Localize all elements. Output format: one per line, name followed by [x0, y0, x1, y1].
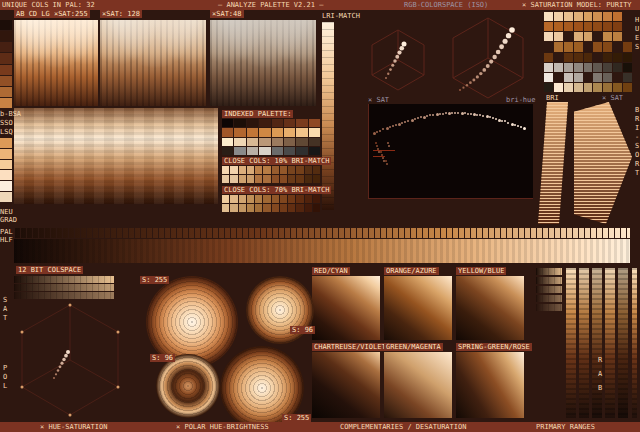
swatch: [296, 204, 303, 212]
dot: [492, 55, 496, 59]
bri-match-strip: [322, 22, 334, 210]
dot: [378, 151, 380, 153]
swatch: [239, 195, 246, 203]
swatch: [280, 204, 287, 212]
dot: [385, 77, 387, 79]
dot: [395, 124, 397, 126]
dot: [492, 117, 494, 119]
dot: [402, 42, 407, 47]
dot: [489, 116, 491, 118]
swatch: [263, 166, 270, 174]
swatch: [574, 63, 583, 72]
dot: [391, 64, 394, 67]
dot: [64, 354, 68, 358]
dot: [57, 369, 60, 372]
comp-cell-chartreuse-violet: [312, 352, 380, 418]
swatch: [305, 195, 312, 203]
left-vertical-sat: SAT: [1, 296, 9, 323]
swatch: [574, 22, 583, 31]
swatch: [0, 192, 12, 202]
dot: [59, 365, 62, 368]
colspace12-title: 12 BIT COLSPACE: [16, 266, 83, 274]
comp-cell-yellow-blue: [456, 276, 524, 340]
swatch: [0, 160, 12, 170]
unique-cols-label: UNIQUE COLS IN PAL: 32: [2, 1, 95, 9]
dot: [401, 122, 403, 124]
swatch: [603, 53, 612, 62]
left-palette-strip-2[interactable]: [0, 138, 12, 202]
comp-cell-green-magenta: [384, 352, 452, 418]
hue-brightness-panel-sat255: [14, 20, 98, 106]
bri-axis-label: BRI: [546, 94, 559, 102]
swatch: [0, 98, 12, 108]
swatch: [0, 53, 12, 63]
swatch: [623, 83, 632, 92]
swatch: [284, 119, 295, 127]
swatch: [230, 175, 237, 183]
swatch: [584, 32, 593, 41]
swatch: [222, 166, 229, 174]
swatch: [222, 147, 233, 155]
swatch: [613, 73, 622, 82]
swatch: [623, 42, 632, 51]
swatch: [0, 138, 12, 148]
sat128-caption[interactable]: ×SAT: 128: [100, 10, 142, 18]
footer-hue-saturation: × HUE-SATURATION: [40, 423, 107, 431]
right-vertical-bri-sort: BRI-SORT: [633, 106, 640, 178]
dot: [479, 114, 481, 116]
swatch: [309, 128, 320, 136]
palette-ramp-row: [14, 228, 630, 238]
dot: [385, 160, 387, 162]
footer-primary-ranges: PRIMARY RANGES: [536, 423, 595, 431]
swatch: [593, 22, 602, 31]
primary-letter-a: A: [598, 370, 602, 378]
colspace12-hex-spokes: [22, 305, 118, 387]
swatch: [0, 149, 12, 159]
dot: [514, 124, 516, 126]
comp-label-spring-green-rose: SPRING-GREEN/ROSE: [456, 343, 532, 351]
left-vertical-pol: POL: [1, 364, 9, 391]
swatch: [222, 195, 229, 203]
swatch: [564, 42, 573, 51]
swatch: [544, 53, 553, 62]
dot: [451, 112, 453, 114]
sat255-caption[interactable]: AB CD LG ×SAT:255: [14, 10, 90, 18]
swatch: [613, 12, 622, 21]
mode-grad[interactable]: GRAD: [0, 216, 17, 224]
swatch: [280, 195, 287, 203]
iso-hex-large-spokes: [453, 18, 523, 78]
swatch: [564, 73, 573, 82]
swatch: [313, 195, 320, 203]
swatch: [623, 73, 632, 82]
swatch: [574, 53, 583, 62]
mode-neu[interactable]: NEU: [0, 208, 13, 216]
swatch: [544, 32, 553, 41]
swatch: [554, 12, 563, 21]
mode-hlf[interactable]: HLF: [0, 236, 13, 244]
swatch: [230, 195, 237, 203]
primary-letter-b: B: [598, 384, 602, 392]
left-palette-strip[interactable]: [0, 20, 12, 108]
dot: [60, 362, 63, 365]
swatch: [247, 119, 258, 127]
dot: [464, 112, 466, 114]
swatch: [0, 181, 12, 191]
swatch: [0, 87, 12, 97]
dot: [397, 50, 401, 54]
swatch: [584, 83, 593, 92]
indexed-palette-grid[interactable]: [222, 119, 320, 155]
mode-pal[interactable]: PAL: [0, 228, 13, 236]
dot: [383, 160, 385, 162]
bri-hue-plot-label: bri-hue: [506, 96, 536, 104]
swatch: [603, 73, 612, 82]
swatch: [255, 195, 262, 203]
lri-match-label: LRI-MATCH: [322, 12, 360, 20]
bri-sorted-stack-1: [538, 102, 568, 224]
dot: [445, 112, 447, 114]
sat48-caption[interactable]: ×SAT:48: [210, 10, 244, 18]
swatch: [0, 170, 12, 180]
swatch: [247, 195, 254, 203]
swatch: [234, 147, 245, 155]
swatch: [613, 32, 622, 41]
swatch: [603, 42, 612, 51]
